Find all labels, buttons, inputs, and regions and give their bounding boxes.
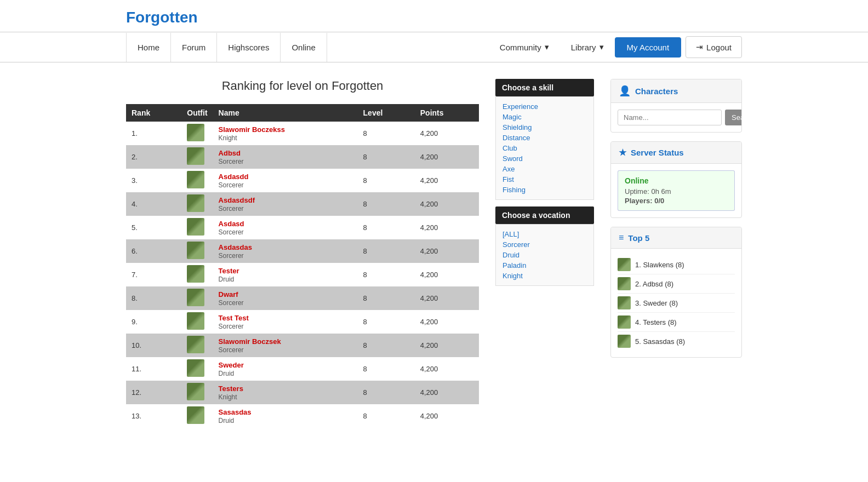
top5-widget: ≡ Top 5 1. Slawkens (8) 2. Adbsd (8) 3. …: [610, 227, 742, 358]
nav-highscores[interactable]: Highscores: [217, 33, 281, 62]
skill-link[interactable]: Experience: [502, 101, 587, 112]
outfit-cell: [181, 145, 213, 169]
outfit-cell: [181, 192, 213, 216]
character-name[interactable]: Test Test: [219, 314, 249, 322]
main-nav: Home Forum Highscores Online Community ▾…: [0, 32, 868, 62]
rank-cell: 8.: [126, 286, 181, 310]
character-name[interactable]: Tester: [219, 267, 239, 275]
outfit-sprite: [187, 359, 204, 377]
points-cell: 4,200: [415, 357, 479, 381]
character-search-button[interactable]: Search: [725, 110, 742, 125]
nav-home[interactable]: Home: [126, 33, 171, 62]
rank-cell: 9.: [126, 310, 181, 334]
outfit-sprite: [187, 265, 204, 283]
nav-library[interactable]: Library ▾: [560, 32, 615, 62]
character-name[interactable]: Slawomir Boczekss: [219, 125, 285, 134]
vocation-link[interactable]: Druid: [502, 250, 587, 260]
characters-widget-body: Search: [611, 103, 741, 132]
skill-link[interactable]: Shielding: [502, 122, 587, 133]
list-icon: ≡: [619, 233, 624, 243]
skill-link[interactable]: Fist: [502, 174, 587, 185]
nav-online[interactable]: Online: [281, 33, 327, 62]
character-name[interactable]: Dwarf: [219, 290, 238, 299]
character-name[interactable]: Asdasd: [219, 220, 244, 228]
outfit-sprite: [187, 218, 204, 236]
level-cell: 8: [358, 216, 415, 239]
outfit-cell: [181, 216, 213, 239]
rank-cell: 10.: [126, 334, 181, 357]
table-row: 12. Testers Knight 8 4,200: [126, 381, 479, 404]
skill-list: ExperienceMagicShieldingDistanceClubSwor…: [495, 96, 594, 200]
skill-link[interactable]: Axe: [502, 164, 587, 174]
character-search-form: Search: [618, 110, 735, 125]
characters-widget: 👤 Characters Search: [610, 79, 742, 133]
chevron-down-icon: ▾: [545, 42, 549, 52]
top5-entry[interactable]: 3. Sweder (8): [635, 299, 678, 307]
characters-widget-title: Characters: [635, 87, 678, 96]
name-cell: Slawomir Boczekss Knight: [213, 122, 358, 145]
character-name[interactable]: Asdasdas: [219, 243, 252, 251]
top5-entry[interactable]: 1. Slawkens (8): [635, 261, 684, 269]
my-account-button[interactable]: My Account: [615, 37, 682, 58]
outfit-sprite: [187, 147, 204, 165]
character-name[interactable]: Asdasdsdf: [219, 196, 255, 204]
top5-entry[interactable]: 5. Sasasdas (8): [635, 337, 685, 346]
ranking-section: Ranking for level on Forgotten Rank Outf…: [126, 79, 479, 428]
outfit-cell: [181, 122, 213, 145]
choose-skill-label: Choose a skill: [495, 79, 594, 96]
level-cell: 8: [358, 310, 415, 334]
name-cell: Slawomir Boczsek Sorcerer: [213, 334, 358, 357]
vocation-link[interactable]: Sorcerer: [502, 239, 587, 250]
vocation-link[interactable]: Knight: [502, 271, 587, 281]
skill-link[interactable]: Club: [502, 143, 587, 153]
top5-title: Top 5: [628, 233, 649, 243]
logout-button[interactable]: ⇥ Logout: [686, 36, 742, 58]
status-box: Online Uptime: 0h 6m Players: 0/0: [618, 170, 735, 211]
skill-link[interactable]: Fishing: [502, 185, 587, 195]
person-icon: 👤: [619, 85, 631, 97]
skill-link[interactable]: Distance: [502, 133, 587, 143]
table-row: 11. Sweder Druid 8 4,200: [126, 357, 479, 381]
vocation-link[interactable]: Paladin: [502, 260, 587, 271]
top5-item: 1. Slawkens (8): [618, 255, 735, 274]
outfit-cell: [181, 310, 213, 334]
outfit-sprite: [187, 194, 204, 212]
points-cell: 4,200: [415, 286, 479, 310]
nav-forum[interactable]: Forum: [171, 33, 217, 62]
rank-cell: 12.: [126, 381, 181, 404]
top5-item: 3. Sweder (8): [618, 294, 735, 313]
skill-link[interactable]: Magic: [502, 112, 587, 122]
outfit-cell: [181, 334, 213, 357]
character-vocation: Sorcerer: [219, 181, 244, 189]
top5-header: ≡ Top 5: [611, 227, 741, 249]
name-cell: Sweder Druid: [213, 357, 358, 381]
character-name[interactable]: Slawomir Boczsek: [219, 337, 281, 346]
top5-entry[interactable]: 4. Testers (8): [635, 318, 677, 326]
table-row: 4. Asdasdsdf Sorcerer 8 4,200: [126, 192, 479, 216]
character-vocation: Druid: [219, 370, 235, 377]
character-vocation: Sorcerer: [219, 346, 244, 354]
server-status-widget: ★ Server Status Online Uptime: 0h 6m Pla…: [610, 141, 742, 218]
character-name[interactable]: Sasasdas: [219, 408, 252, 416]
star-icon: ★: [619, 147, 626, 158]
character-name[interactable]: Sweder: [219, 361, 244, 369]
character-vocation: Druid: [219, 276, 235, 283]
vocation-link[interactable]: [ALL]: [502, 229, 587, 239]
top5-entry[interactable]: 2. Adbsd (8): [635, 280, 673, 288]
characters-widget-header: 👤 Characters: [611, 79, 741, 103]
character-name[interactable]: Asdasdd: [219, 173, 249, 181]
top5-sprite: [618, 296, 631, 309]
character-name[interactable]: Adbsd: [219, 149, 241, 157]
col-points: Points: [415, 104, 479, 122]
character-name[interactable]: Testers: [219, 385, 243, 393]
nav-community[interactable]: Community ▾: [489, 32, 560, 62]
outfit-cell: [181, 357, 213, 381]
uptime-value: 0h 6m: [651, 187, 671, 196]
status-uptime: Uptime: 0h 6m: [625, 187, 728, 196]
level-cell: 8: [358, 145, 415, 169]
character-search-input[interactable]: [618, 110, 722, 125]
top5-sprite: [618, 315, 631, 329]
ranking-title: Ranking for level on Forgotten: [126, 79, 479, 93]
skill-link[interactable]: Sword: [502, 153, 587, 164]
points-cell: 4,200: [415, 216, 479, 239]
